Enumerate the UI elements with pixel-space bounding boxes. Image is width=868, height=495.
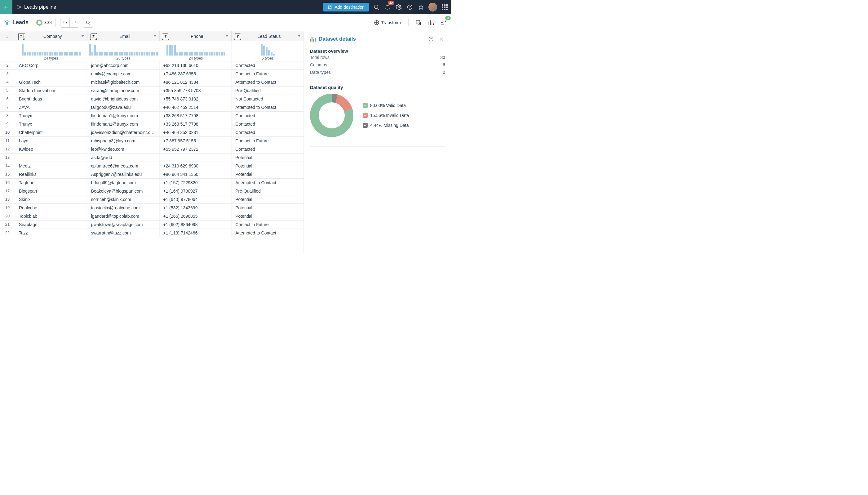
column-menu-icon[interactable] [226, 35, 228, 37]
cell-status[interactable]: Potential [231, 212, 303, 220]
back-button[interactable] [0, 0, 12, 14]
cell-company[interactable]: Layo [15, 137, 87, 145]
cell-status[interactable]: Potential [231, 154, 303, 161]
cell-phone[interactable]: +1 (157) 7229320 [159, 178, 232, 187]
table-row[interactable]: 6Bright Ideasdavid @brightideas.com+55 7… [0, 95, 303, 103]
column-header-phone[interactable]: TPhone [159, 31, 232, 41]
cell-status[interactable]: Contacted [231, 62, 303, 69]
table-row[interactable]: 11Layombispham3@layo.com+7 887 957 5155C… [0, 137, 303, 145]
table-row[interactable]: 18Skinixsorriceb@skinix.com+1 (640) 9778… [0, 195, 303, 204]
cell-company[interactable]: Tagtune [15, 178, 87, 187]
cell-email[interactable]: flindeman1@trunyx.com [87, 112, 159, 120]
table-row[interactable]: 2ABC Corpjohn@abccorp.com+62 213 130 661… [0, 62, 303, 70]
table-row[interactable]: 14Meetzcplumtree6@meetz.com+24 310 629 6… [0, 162, 303, 170]
cell-phone[interactable]: +86 121 812 4334 [159, 78, 232, 86]
table-row[interactable]: 19Realcubetcostockc@realcube.com+1 (532)… [0, 204, 303, 212]
cell-status[interactable]: Pre-Qualified [231, 187, 303, 195]
legend-item[interactable]: 4.44% Missing Data [363, 123, 409, 128]
cell-phone[interactable]: +7 887 957 5155 [159, 137, 232, 145]
cell-company[interactable] [15, 70, 87, 78]
cell-phone[interactable]: +355 859 773 5708 [159, 87, 232, 95]
table-row[interactable]: 20Topicblablgandard@topicblab.com+1 (265… [0, 212, 303, 221]
table-row[interactable]: 17BlogspanBeakeleya@blogspan.com+1 (164)… [0, 187, 303, 195]
table-row[interactable]: 8Trunyxflindeman1@trunyx.com+33 268 517 … [0, 112, 303, 120]
cell-phone[interactable]: +62 213 130 6610 [159, 62, 232, 69]
table-row[interactable]: 4GlobalTechmichael@globaltech.com+86 121… [0, 78, 303, 87]
user-avatar[interactable] [428, 3, 437, 12]
table-row[interactable]: 3emily@example.com+7 486 287 6355Contact… [0, 70, 303, 78]
table-row[interactable]: 15ReallinksAspriggen7@reallinks.edu+86 9… [0, 170, 303, 178]
cell-email[interactable]: sorriceb@skinix.com [87, 195, 159, 203]
table-row[interactable]: 10Chatterpointjdavisson2dion@chatterpoin… [0, 129, 303, 137]
cell-company[interactable]: ZAVA [15, 103, 87, 112]
cell-phone[interactable] [159, 154, 232, 161]
cell-status[interactable]: Not Contacted [231, 95, 303, 103]
search-dataset-button[interactable] [83, 18, 93, 28]
column-menu-icon[interactable] [298, 35, 300, 37]
cell-email[interactable]: cplumtree6@meetz.com [87, 162, 159, 170]
chart-button[interactable] [427, 19, 435, 27]
cell-status[interactable]: Attempted to Contact [231, 178, 303, 187]
cell-phone[interactable]: +7 486 287 6355 [159, 70, 232, 78]
cell-status[interactable]: Attempted to Contact [231, 103, 303, 112]
cell-status[interactable]: Potential [231, 170, 303, 178]
launch-button[interactable] [417, 3, 425, 11]
cell-email[interactable]: Beakeleya@blogspan.com [87, 187, 159, 195]
cell-status[interactable]: Potential [231, 204, 303, 212]
panel-close-button[interactable] [438, 35, 445, 43]
cell-company[interactable]: Kwideo [15, 145, 87, 153]
notifications-button[interactable]: 42 [384, 3, 391, 11]
table-row[interactable]: 12Kwideoleo@kwideo.com+55 952 797 2372Co… [0, 145, 303, 154]
column-header-lead-status[interactable]: TLead Status [231, 31, 303, 41]
cell-email[interactable]: sarah@startupinnov.com [87, 87, 159, 95]
search-button[interactable] [373, 3, 380, 11]
cell-company[interactable]: Trunyx [15, 112, 87, 120]
cell-company[interactable]: Tazz [15, 229, 87, 237]
cell-email[interactable]: michael@globaltech.com [87, 78, 159, 86]
cell-email[interactable]: gwalstowe@snaptags.com [87, 221, 159, 228]
cell-phone[interactable]: +86 964 341 1350 [159, 170, 232, 178]
cell-phone[interactable]: +33 268 517 7798 [159, 112, 232, 120]
cell-email[interactable]: bdugall9@tagtune.com [87, 178, 159, 187]
cell-status[interactable]: Contact in Future [231, 70, 303, 78]
table-row[interactable]: 21Snaptagsgwalstowe@snaptags.com+1 (602)… [0, 221, 303, 229]
transform-button[interactable]: Transform [374, 20, 401, 25]
table-row[interactable]: 9Trunyxflindeman1@trunyx.com+33 268 517 … [0, 120, 303, 129]
cell-email[interactable]: john@abccorp.com [87, 62, 159, 69]
legend-item[interactable]: 15.56% Invalid Data [363, 113, 409, 118]
steps-button[interactable]: 3 [440, 19, 447, 27]
cell-email[interactable]: Aspriggen7@reallinks.edu [87, 170, 159, 178]
cell-phone[interactable]: +1 (265) 2696855 [159, 212, 232, 220]
cell-email[interactable]: emily@example.com [87, 70, 159, 78]
cell-status[interactable]: Contacted [231, 129, 303, 136]
cell-company[interactable]: Meetz [15, 162, 87, 170]
cell-phone[interactable]: +1 (164) 9730927 [159, 187, 232, 195]
cell-company[interactable]: Blogspan [15, 187, 87, 195]
cell-phone[interactable]: +24 310 629 6930 [159, 162, 232, 170]
cell-status[interactable]: Pre-Qualified [231, 87, 303, 95]
cell-status[interactable]: Contacted [231, 120, 303, 128]
column-header-company[interactable]: TCompany [15, 31, 87, 41]
cell-phone[interactable]: +1 (532) 1343699 [159, 204, 232, 212]
column-menu-icon[interactable] [154, 35, 156, 37]
cell-status[interactable]: Contacted [231, 112, 303, 120]
cell-company[interactable]: Reallinks [15, 170, 87, 178]
cell-email[interactable]: tallgood0@zava.edu [87, 103, 159, 112]
column-menu-icon[interactable] [82, 35, 84, 37]
cell-company[interactable]: Chatterpoint [15, 129, 87, 136]
cell-email[interactable]: leo@kwideo.com [87, 145, 159, 153]
legend-item[interactable]: 80.00% Valid Data [363, 103, 409, 108]
cell-company[interactable]: Bright Ideas [15, 95, 87, 103]
cell-company[interactable]: GlobalTech [15, 78, 87, 86]
cell-status[interactable]: Attempted to Contact [231, 78, 303, 86]
cell-status[interactable]: Potential [231, 162, 303, 170]
cell-email[interactable]: tcostockc@realcube.com [87, 204, 159, 212]
add-destination-button[interactable]: Add destination [323, 3, 369, 12]
cell-company[interactable]: Startup Innovations [15, 87, 87, 95]
cell-company[interactable]: Topicblab [15, 212, 87, 220]
cell-phone[interactable]: +1 (602) 8864098 [159, 221, 232, 228]
cell-email[interactable]: david @brightideas.com [87, 95, 159, 103]
cell-phone[interactable]: +55 952 797 2372 [159, 145, 232, 153]
cell-status[interactable]: Contact in Future [231, 221, 303, 228]
cell-email[interactable]: flindeman1@trunyx.com [87, 120, 159, 128]
